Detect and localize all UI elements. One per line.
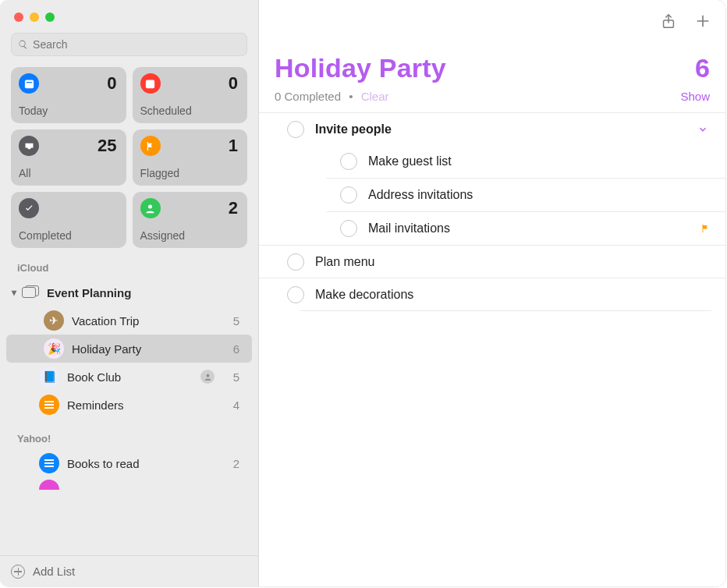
smart-list-all-count: 25 bbox=[98, 136, 116, 156]
list-color-icon bbox=[39, 480, 59, 490]
sidebar-list-books-to-read[interactable]: Books to read 2 bbox=[6, 449, 252, 477]
reminder-subtask-row[interactable]: Address invitations bbox=[259, 179, 725, 211]
list-header: Holiday Party 6 bbox=[259, 42, 725, 88]
add-list-label: Add List bbox=[33, 565, 75, 578]
smart-list-assigned-count: 2 bbox=[229, 198, 238, 218]
smart-list-assigned[interactable]: 2 Assigned bbox=[133, 192, 248, 248]
end-rule bbox=[300, 310, 711, 311]
account-header-icloud: iCloud bbox=[0, 248, 258, 278]
main-panel: Holiday Party 6 0 Completed • Clear Show… bbox=[259, 0, 725, 586]
list-group-label: Event Planning bbox=[47, 286, 246, 299]
smart-list-today-count: 0 bbox=[107, 73, 116, 94]
smart-list-scheduled[interactable]: 0 Scheduled bbox=[133, 67, 248, 123]
lists-container: iCloud ▾ Event Planning ✈︎ Vacation Trip… bbox=[0, 248, 258, 555]
calendar-today-icon bbox=[19, 73, 39, 94]
list-title: Holiday Party bbox=[275, 53, 446, 83]
list-subheader: 0 Completed • Clear Show bbox=[259, 88, 725, 112]
sidebar-list-label: Reminders bbox=[67, 398, 219, 412]
flag-icon[interactable] bbox=[699, 223, 711, 234]
complete-toggle[interactable] bbox=[287, 121, 304, 138]
account-header-yahoo: Yahoo! bbox=[0, 419, 258, 449]
close-window-button[interactable] bbox=[14, 12, 23, 22]
party-icon: 🎉 bbox=[44, 338, 64, 359]
reminders-window: 0 Today 0 Scheduled 25 bbox=[0, 0, 725, 586]
share-button[interactable] bbox=[660, 12, 677, 30]
reminder-row[interactable]: Make decorations bbox=[259, 278, 725, 310]
flag-icon bbox=[140, 136, 161, 156]
reminder-subtask-row[interactable]: Make guest list bbox=[259, 145, 725, 178]
smart-list-today-label: Today bbox=[19, 104, 117, 117]
reminder-title[interactable]: Invite people bbox=[315, 122, 694, 136]
add-reminder-button[interactable] bbox=[694, 12, 711, 30]
plus-circle-icon bbox=[11, 565, 25, 579]
smart-list-flagged-label: Flagged bbox=[140, 167, 239, 179]
reminder-title[interactable]: Make decorations bbox=[315, 288, 711, 302]
reminder-row[interactable]: Plan menu bbox=[259, 245, 725, 278]
list-group-event-planning[interactable]: ▾ Event Planning bbox=[0, 278, 258, 306]
list-total-count: 6 bbox=[695, 53, 710, 83]
sidebar: 0 Today 0 Scheduled 25 bbox=[0, 0, 259, 586]
reminder-subtask-row[interactable]: Mail invitations bbox=[259, 212, 725, 245]
reminders-list: Invite people Make guest list Address in… bbox=[259, 112, 725, 311]
complete-toggle[interactable] bbox=[340, 220, 357, 237]
show-completed-button[interactable]: Show bbox=[680, 90, 710, 103]
minimize-window-button[interactable] bbox=[30, 12, 39, 22]
smart-list-scheduled-label: Scheduled bbox=[140, 104, 239, 117]
completed-summary-text: 0 Completed bbox=[275, 90, 341, 103]
checkmark-icon bbox=[19, 198, 39, 218]
sidebar-list-count: 6 bbox=[219, 342, 239, 356]
sidebar-list-count: 5 bbox=[219, 370, 239, 384]
smart-list-assigned-label: Assigned bbox=[140, 229, 239, 242]
sidebar-list-reminders[interactable]: Reminders 4 bbox=[6, 391, 252, 419]
sidebar-list-holiday-party[interactable]: 🎉 Holiday Party 6 bbox=[6, 335, 252, 363]
clear-completed-button: Clear bbox=[361, 90, 389, 103]
sidebar-list-label: Books to read bbox=[67, 457, 219, 470]
zoom-window-button[interactable] bbox=[45, 12, 55, 22]
svg-rect-1 bbox=[26, 82, 32, 83]
list-lines-icon bbox=[39, 453, 59, 473]
sidebar-list-book-club[interactable]: 📘 Book Club 5 bbox=[6, 363, 252, 391]
completed-summary: 0 Completed • Clear bbox=[275, 90, 389, 103]
list-lines-icon bbox=[39, 395, 59, 415]
complete-toggle[interactable] bbox=[340, 153, 357, 170]
reminder-title[interactable]: Address invitations bbox=[368, 188, 711, 202]
sidebar-list-label: Holiday Party bbox=[72, 342, 219, 356]
window-controls bbox=[0, 0, 258, 33]
svg-rect-2 bbox=[146, 80, 154, 88]
complete-toggle[interactable] bbox=[287, 286, 304, 303]
complete-toggle[interactable] bbox=[340, 186, 357, 204]
smart-list-today[interactable]: 0 Today bbox=[11, 67, 126, 123]
sidebar-list-count: 2 bbox=[219, 457, 239, 470]
search-icon bbox=[18, 39, 28, 50]
complete-toggle[interactable] bbox=[287, 253, 304, 271]
airplane-icon: ✈︎ bbox=[44, 310, 64, 331]
smart-list-completed[interactable]: Completed bbox=[11, 192, 126, 248]
add-list-button[interactable]: Add List bbox=[0, 555, 258, 586]
sidebar-list-peek[interactable] bbox=[6, 477, 252, 491]
separator-dot: • bbox=[349, 90, 353, 103]
smart-list-flagged[interactable]: 1 Flagged bbox=[133, 129, 248, 186]
shared-indicator-icon bbox=[200, 370, 215, 384]
sidebar-list-count: 4 bbox=[219, 398, 239, 412]
search-input[interactable] bbox=[33, 38, 240, 51]
smart-list-scheduled-count: 0 bbox=[229, 73, 238, 94]
sidebar-list-label: Book Club bbox=[67, 370, 200, 384]
reminder-title[interactable]: Make guest list bbox=[368, 154, 711, 168]
sidebar-list-count: 5 bbox=[219, 314, 239, 328]
sidebar-list-vacation-trip[interactable]: ✈︎ Vacation Trip 5 bbox=[6, 306, 252, 335]
smart-list-all-label: All bbox=[19, 167, 117, 179]
svg-rect-0 bbox=[24, 80, 33, 88]
chevron-down-icon[interactable] bbox=[694, 124, 711, 135]
search-field[interactable] bbox=[11, 33, 247, 56]
reminder-row[interactable]: Invite people bbox=[259, 112, 725, 145]
smart-list-completed-label: Completed bbox=[19, 229, 117, 242]
tray-icon bbox=[19, 136, 39, 156]
smart-list-all[interactable]: 25 All bbox=[11, 129, 126, 186]
disclosure-triangle-icon[interactable]: ▾ bbox=[8, 287, 20, 298]
reminder-title[interactable]: Plan menu bbox=[315, 255, 711, 269]
smart-list-flagged-count: 1 bbox=[229, 136, 238, 156]
svg-point-3 bbox=[148, 204, 152, 208]
group-stack-icon bbox=[22, 285, 41, 299]
sidebar-list-label: Vacation Trip bbox=[72, 314, 219, 328]
reminder-title[interactable]: Mail invitations bbox=[368, 221, 699, 236]
